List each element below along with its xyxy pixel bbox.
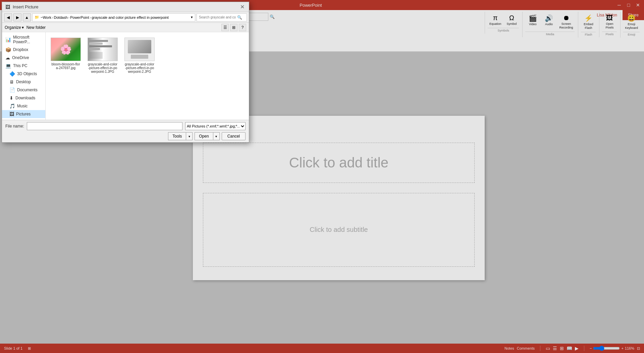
view-column-button[interactable]: ⊞ [230,24,237,31]
open-dropdown-button[interactable]: ▾ [213,132,220,140]
sidebar-label-music: Music [17,104,28,108]
footer-buttons-row: Tools ▾ Open ▾ Cancel [5,132,246,140]
tools-dropdown-button[interactable]: ▾ [186,132,193,140]
dialog-address-bar: ◀ ▶ ▲ 📁 ~Work › Dotdash › PowerPoint › g… [2,12,249,23]
gray1-preview [88,38,117,61]
file-name-gray2: grayscale-and-color-picture-effect-in-po… [125,62,154,73]
path-dotdash: Dotdash [54,15,68,19]
computer-icon: 💻 [5,63,11,68]
file-item-gray2[interactable]: grayscale-and-color-picture-effect-in-po… [123,36,156,75]
path-work: ~Work [41,15,51,19]
path-powerpoint: PowerPoint [70,15,89,19]
file-grid: 🌸 bloom-blossom-flora-247697.jpg [49,36,246,75]
flower-preview: 🌸 [51,38,80,61]
address-dropdown-icon[interactable]: ▾ [191,15,193,19]
documents-icon: 📄 [9,87,15,93]
sidebar-label-pictures: Pictures [16,112,31,116]
dialog-close-button[interactable]: ✕ [239,4,246,10]
desktop-icon: 🖥 [9,79,14,85]
sidebar-item-onedrive[interactable]: ☁ OneDrive [2,54,45,62]
forward-button[interactable]: ▶ [13,13,21,21]
new-folder-button[interactable]: New folder [26,25,46,30]
open-button-split[interactable]: Open ▾ [195,132,219,140]
back-button[interactable]: ◀ [4,13,12,21]
file-name-flower: bloom-blossom-flora-247697.jpg [51,62,80,70]
dialog-sidebar: 📊 Microsoft PowerP... 📦 Dropbox ☁ OneDri… [2,32,46,120]
tools-main-button[interactable]: Tools [168,132,186,140]
file-content-area: 🌸 bloom-blossom-flora-247697.jpg [46,32,249,120]
search-box[interactable]: 🔍 [197,13,247,21]
music-icon: 🎵 [9,103,15,109]
dialog-titlebar: 🖼 Insert Picture ✕ [2,2,249,12]
dialog-body: 📊 Microsoft PowerP... 📦 Dropbox ☁ OneDri… [2,32,249,120]
file-thumbnail-flower: 🌸 [51,38,81,61]
dialog-title: 🖼 Insert Picture [5,4,39,10]
sidebar-label-onedrive: OneDrive [12,55,29,60]
cancel-button[interactable]: Cancel [222,132,246,140]
organize-dropdown-icon: ▾ [22,25,24,30]
up-button[interactable]: ▲ [23,13,31,21]
dialog-title-text: Insert Picture [13,4,39,9]
sidebar-item-thispc[interactable]: 💻 This PC [2,62,45,70]
address-path[interactable]: 📁 ~Work › Dotdash › PowerPoint › graysca… [32,13,195,21]
sidebar-item-music[interactable]: 🎵 Music [2,102,45,110]
filename-input[interactable] [27,122,182,130]
sidebar-label-documents: Documents [17,88,38,92]
filename-label: File name: [5,124,24,129]
sidebar-label-desktop: Desktop [16,80,31,84]
sidebar-item-documents[interactable]: 📄 Documents [2,86,45,94]
file-thumbnail-gray1 [88,38,118,61]
tools-button-split[interactable]: Tools ▾ [168,132,193,140]
sidebar-label-3d: 3D Objects [17,71,37,76]
file-thumbnail-gray2 [124,38,155,61]
sidebar-label-microsoft: Microsoft PowerP... [13,35,42,44]
search-glass-icon: 🔍 [237,15,242,20]
file-item-gray1[interactable]: grayscale-and-color-picture-effect-in-po… [86,36,119,75]
path-folder: grayscale and color picture effect in po… [92,15,169,19]
organize-label: Organize [5,25,21,30]
sidebar-item-dropbox[interactable]: 📦 Dropbox [2,46,45,54]
dialog-title-icon: 🖼 [5,4,10,10]
file-name-gray1: grayscale-and-color-picture-effect-in-po… [88,62,117,73]
downloads-icon: ⬇ [9,95,13,101]
filetype-select[interactable]: All Pictures (*.emf;*.wmf;*.jpg;*... [185,122,246,130]
dialog-overlay: 🖼 Insert Picture ✕ ◀ ▶ ▲ 📁 ~Work › Dotda… [0,0,644,353]
gray2-preview [125,38,154,61]
ppt-app: ▶ PowerPoint ─ □ ✕ 🔍 Lisa Mildon Share π [0,0,644,353]
sidebar-item-downloads[interactable]: ⬇ Downloads [2,94,45,102]
help-button[interactable]: ? [239,24,246,31]
sidebar-item-desktop[interactable]: 🖥 Desktop [2,78,45,86]
address-text: ~Work › Dotdash › PowerPoint › grayscale… [41,15,169,19]
organize-button[interactable]: Organize ▾ [5,25,24,30]
sidebar-label-downloads: Downloads [15,96,35,100]
insert-picture-dialog: 🖼 Insert Picture ✕ ◀ ▶ ▲ 📁 ~Work › Dotda… [2,2,249,143]
3dobjects-icon: 🔷 [9,71,15,77]
dialog-footer: File name: All Pictures (*.emf;*.wmf;*.j… [2,120,249,142]
dropbox-icon: 📦 [5,47,11,52]
dialog-menu-bar: Organize ▾ New folder ☰ ⊞ ? [2,23,249,32]
sidebar-item-3dobjects[interactable]: 🔷 3D Objects [2,70,45,78]
sidebar-label-thispc: This PC [13,63,28,68]
open-main-button[interactable]: Open [195,132,213,140]
sidebar-item-pictures[interactable]: 🖼 Pictures [2,110,45,118]
pictures-icon: 🖼 [9,111,14,117]
address-icon: 📁 [35,15,39,19]
sidebar-item-microsoft-powerpnt[interactable]: 📊 Microsoft PowerP... [2,34,45,46]
search-input[interactable] [199,15,236,19]
sidebar-label-dropbox: Dropbox [13,47,28,52]
footer-filename-row: File name: All Pictures (*.emf;*.wmf;*.j… [5,122,246,130]
file-item-flower[interactable]: 🌸 bloom-blossom-flora-247697.jpg [49,36,83,75]
view-toggle-button[interactable]: ☰ [221,24,229,31]
onedrive-icon: ☁ [5,55,10,60]
ms-office-icon: 📊 [5,37,11,42]
